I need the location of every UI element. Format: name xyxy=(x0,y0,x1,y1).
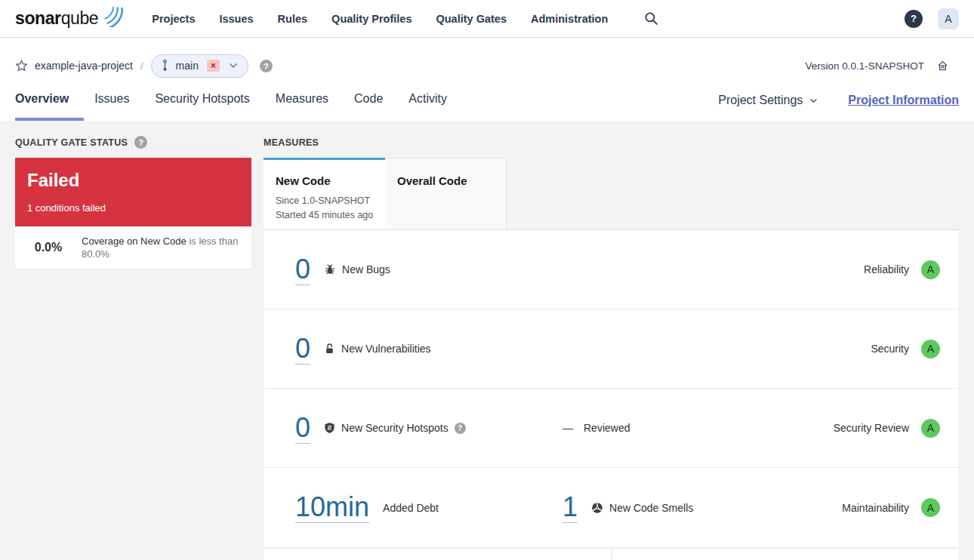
project-settings-menu[interactable]: Project Settings xyxy=(718,94,818,107)
security-label: Security xyxy=(871,343,909,355)
reviewed-label: Reviewed xyxy=(584,422,630,434)
quality-gate-panel: QUALITY GATE STATUS ? Failed 1 condition… xyxy=(15,137,251,560)
branch-name: main xyxy=(176,60,199,72)
quality-gate-condition[interactable]: 0.0% Coverage on New Code is less than 8… xyxy=(15,226,251,269)
branch-quality-gate-badge: × xyxy=(207,60,220,72)
search-icon[interactable] xyxy=(644,11,658,26)
project-header: example-java-project / main × ? Version … xyxy=(0,38,974,121)
tab-overall-code[interactable]: Overall Code xyxy=(385,158,507,229)
nav-projects[interactable]: Projects xyxy=(152,13,195,25)
favorite-star-icon[interactable] xyxy=(15,60,28,72)
tab-security-hotspots[interactable]: Security Hotspots xyxy=(155,91,249,121)
chevron-down-icon xyxy=(809,98,818,103)
new-code-smells-count[interactable]: 1 xyxy=(563,492,578,523)
tab-new-code[interactable]: New Code Since 1.0-SNAPSHOT Started 45 m… xyxy=(264,158,385,229)
security-review-label: Security Review xyxy=(834,422,909,434)
reliability-rating-badge: A xyxy=(921,260,940,279)
measures-tabs: New Code Since 1.0-SNAPSHOT Started 45 m… xyxy=(264,158,959,229)
quality-gate-conditions-failed: 1 conditions failed xyxy=(27,202,239,214)
project-information-link[interactable]: Project Information xyxy=(848,94,959,107)
measure-row-maintainability: 10min Added Debt 1 New Code Smells Maint… xyxy=(264,468,959,547)
chevron-down-icon xyxy=(229,63,238,69)
condition-description: Coverage on New Code is less than 80.0% xyxy=(82,235,242,260)
nav-quality-gates[interactable]: Quality Gates xyxy=(436,13,506,25)
project-tabs: Overview Issues Security Hotspots Measur… xyxy=(15,91,959,121)
added-debt-value[interactable]: 10min xyxy=(295,492,369,523)
top-navigation-bar: sonarqube Projects Issues Rules Quality … xyxy=(0,0,974,38)
reviewed-value-dash: — xyxy=(563,422,573,434)
new-code-smells-label: New Code Smells xyxy=(609,502,693,514)
new-security-hotspots-count[interactable]: 0 xyxy=(295,413,310,444)
user-avatar[interactable]: A xyxy=(938,8,959,29)
home-icon[interactable] xyxy=(936,60,949,72)
new-bugs-count[interactable]: 0 xyxy=(295,254,310,285)
condition-value: 0.0% xyxy=(15,241,82,254)
nav-quality-profiles[interactable]: Quality Profiles xyxy=(331,13,411,25)
sonarqube-logo-text: sonarqube xyxy=(15,7,98,29)
secondary-measure-boxes xyxy=(264,549,959,560)
breadcrumb: example-java-project / main × ? Version … xyxy=(15,51,959,80)
project-version: Version 0.0.1-SNAPSHOT xyxy=(805,60,924,72)
new-bugs-label: New Bugs xyxy=(342,263,390,275)
tab-activity[interactable]: Activity xyxy=(408,91,447,121)
security-rating-badge: A xyxy=(921,340,940,358)
new-vulnerabilities-label: New Vulnerabilities xyxy=(341,343,431,355)
measure-row-security-hotspots: 0 New Security Hotspots ? — Reviewed Sec… xyxy=(264,389,959,468)
security-review-rating-badge: A xyxy=(921,419,940,438)
project-name[interactable]: example-java-project xyxy=(35,60,133,72)
breadcrumb-separator: / xyxy=(140,60,143,72)
quality-gate-status-failed: Failed 1 conditions failed xyxy=(15,158,251,226)
nav-administration[interactable]: Administration xyxy=(531,13,608,25)
branch-icon xyxy=(162,59,168,72)
measures-body: 0 New Bugs Reliability A 0 Ne xyxy=(264,229,959,547)
project-actions: Project Settings Project Information xyxy=(718,94,959,121)
measures-panel: MEASURES New Code Since 1.0-SNAPSHOT Sta… xyxy=(264,137,959,560)
added-debt-label: Added Debt xyxy=(383,502,439,514)
maintainability-rating-badge: A xyxy=(921,498,940,517)
new-vulnerabilities-count[interactable]: 0 xyxy=(295,334,310,365)
new-code-since: Since 1.0-SNAPSHOT xyxy=(276,194,378,208)
branch-selector[interactable]: main × xyxy=(151,54,248,78)
overview-content: QUALITY GATE STATUS ? Failed 1 condition… xyxy=(0,121,974,560)
measure-row-vulnerabilities: 0 New Vulnerabilities Security A xyxy=(264,309,959,389)
security-hotspot-shield-icon xyxy=(324,422,335,434)
duplications-box xyxy=(612,549,960,560)
branch-help-icon[interactable]: ? xyxy=(260,59,273,73)
sonarqube-swoosh-icon xyxy=(94,2,123,30)
sonarqube-logo[interactable]: sonarqube xyxy=(15,7,123,30)
tab-overview[interactable]: Overview xyxy=(15,91,84,121)
quality-gate-title: QUALITY GATE STATUS xyxy=(15,137,128,148)
tab-issues[interactable]: Issues xyxy=(94,91,129,121)
coverage-box xyxy=(264,549,611,560)
quality-gate-status-label: Failed xyxy=(27,170,239,191)
reliability-label: Reliability xyxy=(864,263,909,275)
code-smell-icon xyxy=(591,502,603,514)
quality-gate-help-icon[interactable]: ? xyxy=(134,136,147,149)
new-code-started: Started 45 minutes ago xyxy=(276,208,378,223)
help-icon[interactable]: ? xyxy=(905,10,923,28)
topbar-right: ? A xyxy=(905,8,959,29)
tab-measures[interactable]: Measures xyxy=(276,91,328,121)
nav-issues[interactable]: Issues xyxy=(219,13,253,25)
maintainability-label: Maintainability xyxy=(842,502,909,514)
main-nav: Projects Issues Rules Quality Profiles Q… xyxy=(152,13,608,25)
nav-rules[interactable]: Rules xyxy=(278,13,308,25)
new-security-hotspots-label: New Security Hotspots xyxy=(341,422,448,434)
security-hotspots-help-icon[interactable]: ? xyxy=(455,423,466,434)
project-meta: Version 0.0.1-SNAPSHOT xyxy=(805,60,959,72)
measures-title: MEASURES xyxy=(264,137,319,148)
measure-row-bugs: 0 New Bugs Reliability A xyxy=(264,230,959,309)
vulnerability-lock-icon xyxy=(324,343,335,355)
bug-icon xyxy=(324,263,336,275)
tab-code[interactable]: Code xyxy=(354,91,383,121)
